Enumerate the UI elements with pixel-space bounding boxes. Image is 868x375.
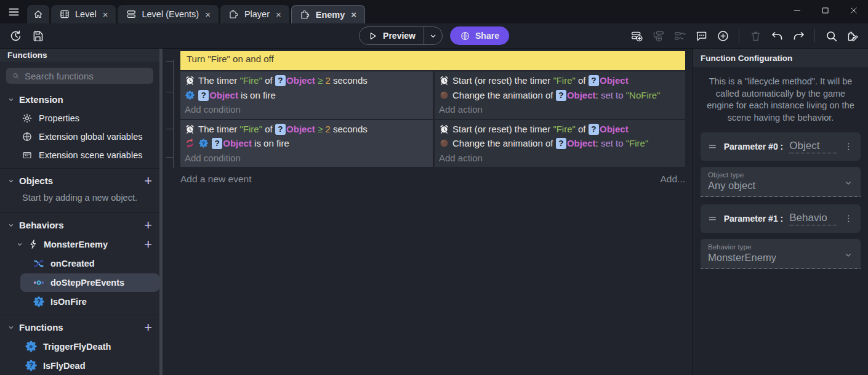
play-icon	[368, 31, 378, 41]
add-objects-button[interactable]: +	[144, 176, 152, 186]
sidebar-item-triggerflydeath[interactable]: »TriggerFlyDeath	[0, 337, 159, 356]
add-monsterenemy-function-button[interactable]: +	[144, 240, 152, 249]
text-segment: of	[262, 75, 275, 86]
condition-row[interactable]: The timer "Fire" of ?Object ≥ 2 seconds	[185, 122, 433, 137]
section-header-objects[interactable]: Objects+	[0, 171, 159, 190]
trash-icon	[749, 30, 762, 42]
item-label: Extension scene variables	[39, 150, 142, 160]
item-label: onCreated	[50, 259, 95, 268]
add-circle-icon	[717, 30, 729, 42]
preview-dropdown-button[interactable]	[424, 26, 442, 45]
search-functions-box[interactable]	[6, 68, 153, 84]
drag-handle-icon	[707, 141, 718, 152]
tab-close-icon[interactable]: ×	[276, 9, 281, 20]
edit-extension-button[interactable]	[843, 26, 862, 45]
object-param-badge: ?	[275, 75, 286, 86]
add-more-button[interactable]: Add...	[661, 174, 686, 185]
tab-home[interactable]	[27, 5, 49, 23]
share-button-label: Share	[475, 31, 499, 41]
search-functions-input[interactable]	[25, 71, 147, 81]
text-segment: set to	[601, 90, 626, 100]
sidebar-item-isflydead[interactable]: ?IsFlyDead	[0, 356, 159, 375]
event-block[interactable]: The timer "Fire" of ?Object ≥ 2 seconds?…	[180, 120, 685, 167]
objects-empty-note: Start by adding a new object.	[0, 190, 159, 209]
behavior-type-select[interactable]: Behavior typeMonsterEnemy	[701, 239, 861, 269]
functions-sidebar: Functions ExtensionPropertiesExtension g…	[0, 49, 159, 375]
save-button[interactable]	[28, 26, 47, 45]
sidebar-item-oncreated[interactable]: onCreated	[20, 254, 159, 273]
sidebar-item-extension-global-variables[interactable]: Extension global variables	[0, 127, 159, 146]
action-row[interactable]: Change the animation of ?Object: set to …	[439, 136, 685, 151]
tab-close-icon[interactable]: ×	[103, 9, 108, 20]
sidebar-item-extension-scene-variables[interactable]: Extension scene variables	[0, 146, 159, 164]
condition-row[interactable]: ??Object is on fire	[185, 136, 433, 151]
action-row[interactable]: Start (or reset) the timer "Fire" of ?Ob…	[439, 73, 685, 88]
sidebar-behavior-monsterenemy[interactable]: MonsterEnemy+	[0, 235, 159, 254]
window-controls	[783, 0, 868, 21]
add-other-event-button[interactable]	[670, 26, 689, 45]
text-segment: Object	[567, 138, 596, 148]
add-circle-button[interactable]	[713, 26, 732, 45]
tab-level[interactable]: Level×	[51, 5, 116, 23]
event-block[interactable]: The timer "Fire" of ?Object ≥ 2 seconds?…	[180, 71, 685, 119]
add-action-button[interactable]: Add action	[439, 102, 685, 117]
text-segment: seconds	[331, 124, 368, 134]
add-condition-button[interactable]: Add condition	[185, 151, 433, 166]
select-label: Object type	[708, 171, 853, 179]
search-button[interactable]	[822, 26, 840, 45]
add-comment-icon	[695, 30, 708, 42]
action-row[interactable]: Start (or reset) the timer "Fire" of ?Ob…	[439, 122, 685, 137]
item-label: doStepPreEvents	[50, 278, 124, 288]
comment-event[interactable]: Turn "Fire" on and off	[180, 51, 685, 70]
tab-player[interactable]: Player×	[220, 5, 289, 23]
parameters-list: Parameter #0 :ObjectObject typeAny objec…	[693, 125, 868, 270]
action-row[interactable]: Change the animation of ?Object: set to …	[439, 88, 685, 103]
condition-row[interactable]: The timer "Fire" of ?Object ≥ 2 seconds	[185, 73, 433, 88]
add-behaviors-button[interactable]: +	[144, 220, 152, 230]
condition-row[interactable]: ??Object is on fire	[185, 88, 433, 103]
tab-level-events[interactable]: Level (Events)×	[118, 5, 218, 23]
section-header-extension[interactable]: Extension	[0, 90, 159, 109]
behavior-gear-icon: ?	[185, 90, 195, 100]
main-menu-button[interactable]	[0, 0, 27, 23]
tab-enemy[interactable]: Enemy×	[291, 5, 365, 23]
text-segment: set to	[601, 138, 626, 148]
object-type-select[interactable]: Object typeAny object	[701, 167, 861, 197]
parameter-name-input[interactable]: Object	[789, 140, 837, 153]
main-area: Functions ExtensionPropertiesExtension g…	[0, 48, 868, 375]
close-button[interactable]	[840, 0, 868, 21]
parameter-menu-button[interactable]	[843, 141, 854, 152]
maximize-button[interactable]	[811, 0, 840, 21]
section-header-functions[interactable]: Functions+	[0, 318, 159, 337]
conditions-column: The timer "Fire" of ?Object ≥ 2 seconds?…	[180, 71, 433, 119]
parameter-name-input[interactable]: Behavio	[789, 212, 837, 225]
history-button[interactable]	[6, 26, 25, 45]
sidebar-item-isonfire[interactable]: ?IsOnFire	[20, 292, 159, 311]
share-button[interactable]: Share	[450, 26, 509, 45]
text-segment: Object	[286, 124, 315, 134]
preview-button-label: Preview	[383, 31, 416, 41]
undo-button[interactable]	[768, 26, 786, 45]
tab-close-icon[interactable]: ×	[205, 9, 211, 20]
chevron-down-icon	[428, 31, 438, 41]
add-condition-button[interactable]: Add condition	[185, 102, 433, 117]
add-subevent-button[interactable]	[649, 26, 667, 45]
panel-header: Function Configuration	[693, 49, 868, 67]
sidebar-item-dosteppreevents[interactable]: doStepPreEvents	[20, 273, 159, 292]
add-comment-button[interactable]	[692, 26, 710, 45]
add-event-button[interactable]	[627, 26, 646, 45]
redo-button[interactable]	[789, 26, 808, 45]
parameter-menu-button[interactable]	[843, 213, 854, 224]
toolbar-center: Preview Share	[359, 26, 509, 45]
add-action-button[interactable]: Add action	[439, 151, 685, 166]
section-header-behaviors[interactable]: Behaviors+	[0, 216, 159, 235]
conditions-column: The timer "Fire" of ?Object ≥ 2 seconds?…	[180, 120, 433, 167]
add-functions-button[interactable]: +	[144, 323, 152, 333]
minimize-icon	[793, 6, 802, 15]
trash-button[interactable]	[746, 26, 765, 45]
preview-button[interactable]: Preview	[359, 26, 443, 45]
tab-close-icon[interactable]: ×	[351, 9, 356, 20]
sidebar-item-properties[interactable]: Properties	[0, 109, 159, 127]
add-new-event-button[interactable]: Add a new event	[180, 174, 251, 185]
minimize-button[interactable]	[783, 0, 811, 21]
